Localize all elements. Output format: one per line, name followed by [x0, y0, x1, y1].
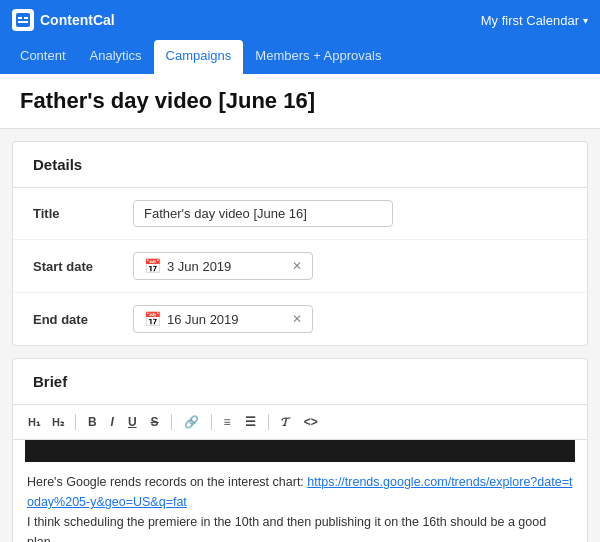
nav-item-analytics[interactable]: Analytics — [78, 40, 154, 74]
logo-icon — [12, 9, 34, 31]
title-field-value — [133, 200, 567, 227]
toolbar-divider-3 — [211, 414, 212, 430]
svg-rect-0 — [16, 13, 30, 27]
end-date-field-row: End date 📅 16 Jun 2019 ✕ — [13, 293, 587, 345]
title-field-row: Title — [13, 188, 587, 240]
toolbar-ordered-list-button[interactable]: ≡ — [220, 413, 235, 431]
calendar-selector[interactable]: My first Calendar ▾ — [481, 13, 588, 28]
svg-rect-3 — [18, 21, 28, 23]
end-date-clear-icon[interactable]: ✕ — [292, 312, 302, 326]
toolbar-h1-button[interactable]: H₁ — [25, 414, 43, 431]
toolbar-unordered-list-button[interactable]: ☰ — [241, 413, 260, 431]
main-nav: Content Analytics Campaigns Members + Ap… — [0, 40, 600, 74]
end-date-label: End date — [33, 312, 133, 327]
toolbar-code-button[interactable]: <> — [300, 413, 322, 431]
calendar-chevron-icon: ▾ — [583, 15, 588, 26]
brief-line2: I think scheduling the premiere in the 1… — [27, 512, 573, 542]
details-card-header: Details — [13, 142, 587, 188]
toolbar-clear-button[interactable]: 𝓣 — [277, 413, 294, 431]
start-date-text: 3 Jun 2019 — [167, 259, 286, 274]
start-date-field-row: Start date 📅 3 Jun 2019 ✕ — [13, 240, 587, 293]
svg-rect-1 — [18, 17, 22, 19]
toolbar-divider-2 — [171, 414, 172, 430]
nav-item-members[interactable]: Members + Approvals — [243, 40, 393, 74]
end-date-text: 16 Jun 2019 — [167, 312, 286, 327]
brief-card-header: Brief — [13, 359, 587, 405]
calendar-icon: 📅 — [144, 258, 161, 274]
nav-item-campaigns[interactable]: Campaigns — [154, 40, 244, 74]
brief-line1-text: Here's Google rends records on the inter… — [27, 475, 307, 489]
toolbar-divider-1 — [75, 414, 76, 430]
end-date-picker[interactable]: 📅 16 Jun 2019 ✕ — [133, 305, 313, 333]
toolbar-divider-4 — [268, 414, 269, 430]
logo-text: ContentCal — [40, 12, 115, 28]
toolbar-italic-button[interactable]: I — [107, 413, 118, 431]
brief-card: Brief H₁ H₂ B I U S 🔗 ≡ ☰ 𝓣 <> Here's Go… — [12, 358, 588, 542]
editor-toolbar: H₁ H₂ B I U S 🔗 ≡ ☰ 𝓣 <> — [13, 405, 587, 440]
svg-rect-2 — [24, 17, 28, 19]
nav-item-content[interactable]: Content — [8, 40, 78, 74]
start-date-label: Start date — [33, 259, 133, 274]
toolbar-h2-button[interactable]: H₂ — [49, 414, 67, 431]
color-picker-bar[interactable] — [25, 440, 575, 462]
calendar-icon-end: 📅 — [144, 311, 161, 327]
toolbar-bold-button[interactable]: B — [84, 413, 101, 431]
start-date-clear-icon[interactable]: ✕ — [292, 259, 302, 273]
details-card: Details Title Start date 📅 3 Jun 2019 ✕ … — [12, 141, 588, 346]
start-date-value: 📅 3 Jun 2019 ✕ — [133, 252, 567, 280]
calendar-name: My first Calendar — [481, 13, 579, 28]
editor-content[interactable]: Here's Google rends records on the inter… — [13, 462, 587, 542]
toolbar-link-button[interactable]: 🔗 — [180, 413, 203, 431]
toolbar-underline-button[interactable]: U — [124, 413, 141, 431]
brief-line1: Here's Google rends records on the inter… — [27, 472, 573, 512]
page-title-bar: Father's day video [June 16] — [0, 74, 600, 129]
page-title: Father's day video [June 16] — [20, 88, 580, 114]
title-label: Title — [33, 206, 133, 221]
toolbar-strikethrough-button[interactable]: S — [147, 413, 163, 431]
end-date-value: 📅 16 Jun 2019 ✕ — [133, 305, 567, 333]
app-header: ContentCal My first Calendar ▾ — [0, 0, 600, 40]
title-input[interactable] — [133, 200, 393, 227]
logo: ContentCal — [12, 9, 115, 31]
start-date-picker[interactable]: 📅 3 Jun 2019 ✕ — [133, 252, 313, 280]
